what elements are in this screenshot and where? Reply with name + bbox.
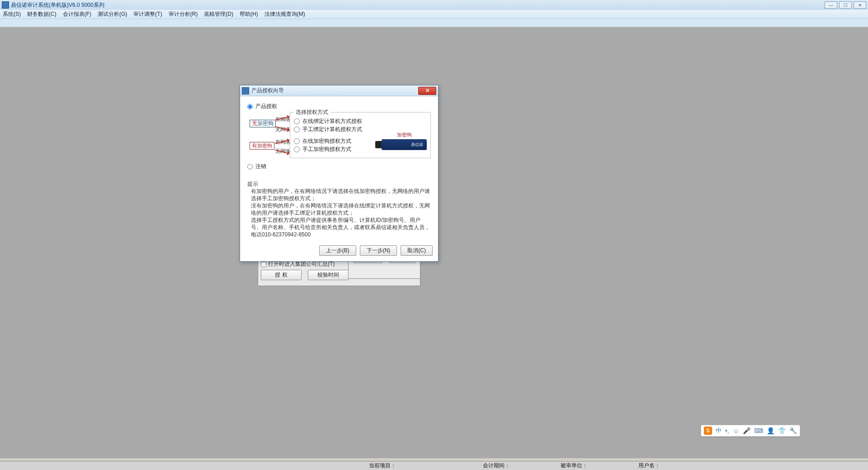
window-minimize-button[interactable]: — — [825, 1, 837, 9]
status-audited-entity: 被审单位： — [553, 462, 595, 470]
status-current-project: 当前项目： — [362, 462, 403, 470]
ime-logo-icon: S — [704, 427, 712, 435]
ime-mic-icon[interactable]: 🎤 — [743, 427, 750, 434]
wizard-footer: 上一步(B) 下一步(N) 取消(C) — [240, 242, 438, 261]
wizard-title: 产品授权向导 — [251, 87, 284, 94]
chk-group-summary[interactable] — [261, 262, 266, 267]
app-titlebar: 鼎信诺审计系统(单机版)V6.0 5000系列 — ☐ ✕ — [0, 0, 868, 10]
status-user: 用户名： — [631, 462, 667, 470]
wizard-next-button[interactable]: 下一步(N) — [360, 245, 397, 256]
opt1-label: 在线绑定计算机方式授权 — [302, 118, 362, 125]
tips-line1: 有加密狗的用户，在有网络情况下请选择在线加密狗授权，无网络的用户请选择手工加密狗… — [247, 188, 431, 202]
dongle-brand: 鼎信诺 — [411, 142, 423, 148]
ime-skin-icon[interactable]: 👕 — [778, 427, 786, 434]
auth-wizard-dialog: 产品授权向导 ✕ 产品授权 选择授权方式 有网络 无加密狗 — [240, 85, 439, 262]
tips-heading: 提示 — [247, 180, 431, 188]
wizard-titlebar: 产品授权向导 ✕ — [240, 85, 438, 96]
tips-block: 提示 有加密狗的用户，在有网络情况下请选择在线加密狗授权，无网络的用户请选择手工… — [247, 180, 431, 238]
status-period: 会计期间： — [476, 462, 517, 470]
verify-time-button[interactable]: 校验时间 — [308, 270, 349, 280]
radio-online-bind-pc[interactable] — [294, 118, 300, 124]
ime-tools-icon[interactable]: 🔧 — [789, 427, 797, 434]
menu-help[interactable]: 帮助(H) — [240, 10, 258, 18]
window-maximize-button[interactable]: ☐ — [839, 1, 852, 9]
radio-logout[interactable] — [247, 164, 253, 169]
menu-law[interactable]: 法律法规查询(M) — [264, 10, 305, 18]
menu-papers[interactable]: 底稿管理(D) — [204, 10, 233, 18]
ime-user-icon[interactable]: 👤 — [767, 427, 774, 434]
left-annotations: 有网络 无加密狗 无网络 有网络 有加密狗 — [250, 115, 290, 155]
usb-dongle-icon: 鼎信诺 — [382, 139, 427, 150]
radio-logout-label: 注销 — [255, 163, 266, 170]
menu-testing[interactable]: 测试分析(G) — [98, 10, 127, 18]
ime-emoji-icon[interactable]: ☺ — [733, 427, 739, 434]
opt3-label: 在线加密狗授权方式 — [302, 137, 351, 145]
menu-adjust[interactable]: 审计调整(T) — [133, 10, 162, 18]
window-close-button[interactable]: ✕ — [854, 1, 866, 9]
auth-method-fieldset: 选择授权方式 有网络 无加密狗 无网络 有网络 — [290, 112, 431, 158]
tag-has-dongle: 有加密狗 — [250, 142, 274, 150]
wizard-close-button[interactable]: ✕ — [418, 87, 436, 95]
wizard-icon — [242, 87, 249, 94]
radio-manual-dongle[interactable] — [294, 146, 300, 152]
tag-no-dongle: 无加密狗 — [250, 120, 276, 127]
wizard-cancel-button[interactable]: 取消(C) — [401, 245, 433, 256]
tips-line2: 没有加密狗的用户，在有网络情况下请选择在线绑定计算机方式授权，无网络的用户请选择… — [247, 202, 431, 216]
menu-findata[interactable]: 财务数据(C) — [27, 10, 57, 18]
toolbar-strip — [0, 19, 868, 27]
fieldset-legend: 选择授权方式 — [294, 108, 330, 116]
app-title: 鼎信诺审计系统(单机版)V6.0 5000系列 — [11, 1, 104, 9]
ime-lang-indicator[interactable]: 中 — [716, 427, 722, 435]
radio-online-dongle[interactable] — [294, 138, 300, 144]
dongle-label: 加密狗 — [382, 132, 427, 138]
radio-manual-bind-pc[interactable] — [294, 127, 300, 132]
menu-bar: 系统(S) 财务数据(C) 会计报表(F) 测试分析(G) 审计调整(T) 审计… — [0, 10, 868, 19]
menu-reports[interactable]: 会计报表(F) — [63, 10, 91, 18]
status-bar: 当前项目： 会计期间： 被审单位： 用户名： — [0, 461, 868, 470]
ime-punct-icon[interactable]: •, — [725, 427, 729, 434]
ime-toolbar[interactable]: S 中 •, ☺ 🎤 ⌨ 👤 👕 🔧 — [701, 425, 800, 437]
dongle-illustration: 加密狗 鼎信诺 — [382, 132, 427, 150]
opt2-label: 手工绑定计算机授权方式 — [302, 126, 362, 133]
authorize-button[interactable]: 授 权 — [261, 270, 302, 280]
ime-keyboard-icon[interactable]: ⌨ — [754, 427, 763, 434]
radio-product-auth-label: 产品授权 — [255, 103, 277, 110]
radio-product-auth[interactable] — [247, 104, 253, 109]
opt4-label: 手工加密狗授权方式 — [302, 146, 351, 153]
menu-analysis[interactable]: 审计分析(R) — [169, 10, 198, 18]
app-logo-icon — [2, 1, 9, 9]
workspace: 创建项目 设置项目路径 打开时进入母公司汇总(M) 打开时进入集团公司汇总(T)… — [0, 27, 868, 458]
tips-line3: 选择手工授权方式的用户请提供事务所编号、计算机ID/加密狗号、用户号、用户名称、… — [247, 216, 431, 238]
wizard-prev-button[interactable]: 上一步(B) — [319, 245, 356, 256]
menu-system[interactable]: 系统(S) — [3, 10, 21, 18]
